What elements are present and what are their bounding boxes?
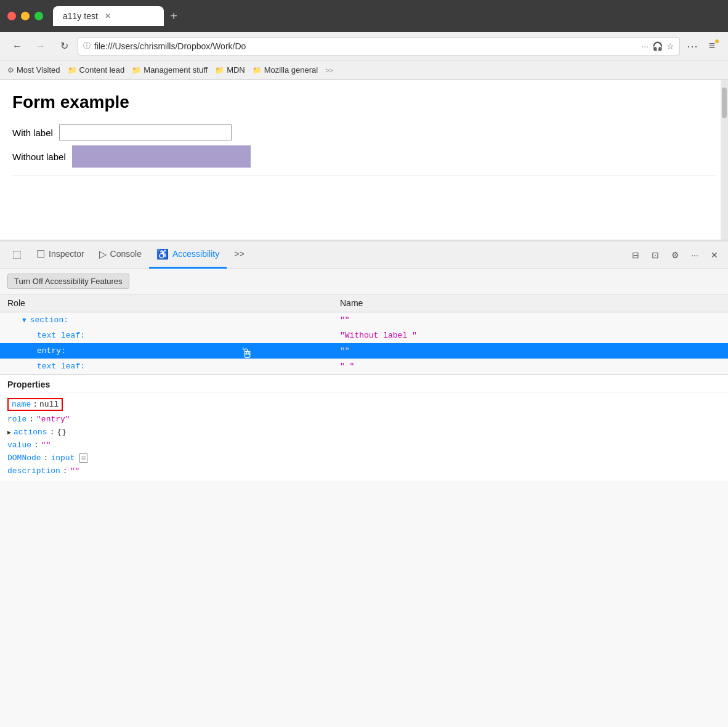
role-entry: entry: xyxy=(37,346,66,355)
tab-accessibility-label: Accessibility xyxy=(172,249,219,259)
screenshot-button[interactable]: ⊡ xyxy=(647,246,664,264)
folder-icon: 📁 xyxy=(68,66,77,75)
prop-value-description: "" xyxy=(70,466,80,476)
address-bar[interactable]: ⓘ file:///Users/chrismills/Dropbox/Work/… xyxy=(78,37,680,55)
tab-responsive[interactable]: ⬚ xyxy=(5,242,29,269)
prop-value-role: "entry" xyxy=(36,415,70,424)
reload-button[interactable]: ↻ xyxy=(54,36,74,56)
tab-title: a11y test xyxy=(63,11,98,21)
navbar: ← → ↻ ⓘ file:///Users/chrismills/Dropbox… xyxy=(0,32,728,60)
prop-key-name: name xyxy=(12,400,31,409)
content-scrollbar[interactable] xyxy=(721,80,728,240)
bookmarks-more-button[interactable]: >> xyxy=(325,67,333,74)
tab-bar: a11y test ✕ + xyxy=(53,6,721,26)
name-section: "" xyxy=(340,315,350,325)
bookmark-mdn[interactable]: 📁 MDN xyxy=(215,65,245,75)
bookmark-most-visited[interactable]: ⚙ Most Visited xyxy=(7,65,60,75)
prop-colon-actions: : xyxy=(50,428,55,437)
tree-row-text-leaf-1[interactable]: text leaf: "Without label " xyxy=(0,328,728,343)
traffic-lights xyxy=(7,12,43,20)
console-icon: ▷ xyxy=(99,248,107,260)
prop-row-actions[interactable]: ▶ actions : {} xyxy=(7,426,721,439)
tree-header-role: Role xyxy=(7,298,340,308)
tree-rows: ▼ section: "" text leaf: "Without label … xyxy=(0,312,728,374)
tree-row-text-leaf-2[interactable]: text leaf: " " xyxy=(0,359,728,374)
prop-value-domnode[interactable]: input xyxy=(51,453,75,463)
expand-arrow-icon: ▼ xyxy=(22,317,26,324)
scrollbar-thumb[interactable] xyxy=(722,87,727,118)
properties-list: name : null role : "entry" ▶ ac xyxy=(0,392,728,481)
forward-button[interactable]: → xyxy=(31,36,51,56)
domnode-target-icon[interactable]: ⊡ xyxy=(79,453,87,463)
name-text-leaf-2: " " xyxy=(340,362,354,371)
more-tabs-icon: >> xyxy=(234,249,244,259)
tab-more[interactable]: >> xyxy=(227,242,251,269)
tab-close-button[interactable]: ✕ xyxy=(103,11,113,21)
close-button[interactable] xyxy=(7,12,16,20)
properties-section: Properties name : null role : xyxy=(0,375,728,481)
accessibility-icon: ♿ xyxy=(156,248,169,260)
active-tab[interactable]: a11y test ✕ xyxy=(53,6,164,26)
tab-inspector-label: Inspector xyxy=(49,249,84,259)
form-input-without-label[interactable] xyxy=(72,145,251,168)
expand-actions-icon[interactable]: ▶ xyxy=(7,429,11,436)
extensions-button[interactable]: ⋯ xyxy=(684,38,701,55)
bookmark-content-lead[interactable]: 📁 Content lead xyxy=(68,65,125,75)
bookmark-label: MDN xyxy=(227,65,245,75)
form-row-without-label: Without label xyxy=(12,145,716,168)
prop-row-domnode: DOMNode : input ⊡ xyxy=(7,452,721,465)
bookmark-label: Mozilla general xyxy=(264,65,318,75)
bookmark-label: Content lead xyxy=(79,65,125,75)
properties-header: Properties xyxy=(0,375,728,392)
prop-row-role: role : "entry" xyxy=(7,413,721,426)
prop-key-value: value xyxy=(7,441,31,450)
maximize-button[interactable] xyxy=(34,12,43,20)
pocket-icon: 🎧 xyxy=(652,41,663,51)
prop-key-role: role xyxy=(7,415,26,424)
tab-accessibility[interactable]: ♿ Accessibility xyxy=(149,242,227,269)
prop-colon-role: : xyxy=(29,415,34,424)
bookmark-mozilla-general[interactable]: 📁 Mozilla general xyxy=(253,65,318,75)
more-options-button[interactable]: ··· xyxy=(686,246,703,264)
bookmark-label: Most Visited xyxy=(17,65,60,75)
titlebar: a11y test ✕ + xyxy=(0,0,728,32)
form-label-with: With label xyxy=(12,128,53,138)
a11y-toolbar: Turn Off Accessibility Features xyxy=(0,269,728,294)
back-button[interactable]: ← xyxy=(7,36,27,56)
bookmark-label: Management stuff xyxy=(144,65,208,75)
role-text-leaf-2: text leaf: xyxy=(37,362,85,371)
form-input-with-label[interactable] xyxy=(59,124,232,140)
tab-inspector[interactable]: ☐ Inspector xyxy=(29,242,92,269)
cut-off-content xyxy=(12,175,716,190)
address-text: file:///Users/chrismills/Dropbox/Work/Do xyxy=(94,41,637,51)
role-section: section: xyxy=(30,315,68,325)
folder-icon: 📁 xyxy=(253,66,262,75)
prop-key-description: description xyxy=(7,466,60,476)
gear-icon: ⚙ xyxy=(7,66,14,75)
tree-row-section[interactable]: ▼ section: "" xyxy=(0,312,728,328)
minimize-button[interactable] xyxy=(21,12,30,20)
accessibility-tree: Role Name ▼ section: "" xyxy=(0,294,728,727)
turn-off-a11y-button[interactable]: Turn Off Accessibility Features xyxy=(7,274,129,289)
role-text-leaf-1: text leaf: xyxy=(37,331,85,340)
bookmark-management-stuff[interactable]: 📁 Management stuff xyxy=(132,65,208,75)
form-row-with-label: With label xyxy=(12,124,716,140)
responsive-design-button[interactable]: ⊟ xyxy=(627,246,644,264)
prop-row-description: description : "" xyxy=(7,465,721,477)
bookmark-star-icon[interactable]: ☆ xyxy=(666,41,674,51)
tree-header-name: Name xyxy=(340,298,721,308)
cursor-icon: 🖱 xyxy=(240,346,254,362)
devtools: ⬚ ☐ Inspector ▷ Console ♿ Accessibility … xyxy=(0,240,728,727)
bookmarks-bar: ⚙ Most Visited 📁 Content lead 📁 Manageme… xyxy=(0,60,728,80)
tree-row-entry[interactable]: entry: "" 🖱 xyxy=(0,343,728,359)
settings-button[interactable]: ⚙ xyxy=(666,246,684,264)
menu-button[interactable]: ≡ xyxy=(703,38,721,55)
tab-console[interactable]: ▷ Console xyxy=(92,242,149,269)
form-label-without: Without label xyxy=(12,152,66,162)
prop-value-name: null xyxy=(39,400,59,409)
prop-colon-value: : xyxy=(34,441,39,450)
prop-colon-domnode: : xyxy=(44,453,49,463)
new-tab-button[interactable]: + xyxy=(164,6,184,26)
prop-key-actions: actions xyxy=(14,428,47,437)
close-devtools-button[interactable]: ✕ xyxy=(706,246,723,264)
